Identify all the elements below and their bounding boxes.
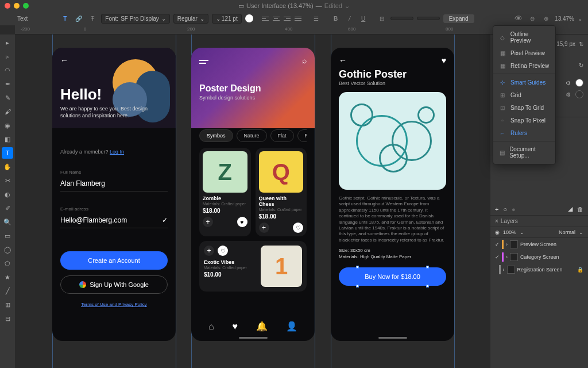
weight-dropdown[interactable]: Regular⌄ xyxy=(173,14,208,24)
profile-icon[interactable]: 👤 xyxy=(286,321,297,332)
fill-swatch[interactable] xyxy=(575,79,583,87)
refresh-icon[interactable]: ↻ xyxy=(579,62,583,68)
star-tool[interactable]: ★ xyxy=(2,271,13,283)
chip-more[interactable]: R xyxy=(297,129,307,142)
canvas[interactable]: ← Hello! We are happy to see you. Best d… xyxy=(15,34,490,368)
favorites-icon[interactable]: ♥ xyxy=(233,321,238,332)
artboard-tool[interactable]: ⊞ xyxy=(2,299,13,310)
add-button[interactable]: + xyxy=(259,223,269,233)
align-left-icon[interactable] xyxy=(260,13,270,24)
menu-smart-guides[interactable]: ⊹Smart Guides xyxy=(493,76,555,89)
expand-button[interactable]: Expand xyxy=(443,14,474,23)
favorite-button[interactable]: ♡ xyxy=(218,246,228,256)
back-arrow-icon[interactable]: ← xyxy=(60,56,168,65)
chip-symbos[interactable]: Symbos xyxy=(199,129,233,142)
chevron-down-icon[interactable]: ⌄ xyxy=(578,16,582,22)
add-button[interactable]: + xyxy=(204,246,214,256)
link-icon[interactable]: 🔗 xyxy=(74,13,84,24)
color-swatch[interactable] xyxy=(245,14,253,22)
gradient-tool[interactable]: ◐ xyxy=(2,189,13,200)
guide[interactable] xyxy=(315,34,315,368)
terms-link[interactable]: Terms of Use and Privacy Policy xyxy=(60,302,168,307)
add-button[interactable]: + xyxy=(203,217,213,227)
artboard-preview[interactable]: ← ♥ Gothic Poster Best Vector Solution G… xyxy=(331,48,454,341)
layer-row[interactable]: ✓›Preview Screen xyxy=(490,238,588,251)
leading-dropdown[interactable] xyxy=(417,17,440,20)
product-card-wide[interactable]: +♡ Exotic Vibes Materials: Crafted paper… xyxy=(199,241,307,292)
selection-handle[interactable] xyxy=(356,266,359,269)
opacity-value[interactable]: 100% xyxy=(503,229,516,235)
zoom-tool[interactable]: 🔍 xyxy=(2,216,13,228)
font-dropdown[interactable]: Font:SF Pro Display⌄ xyxy=(101,14,169,24)
favorite-button[interactable]: ♡ xyxy=(293,223,303,233)
zoom-in-icon[interactable]: ⊕ xyxy=(541,13,551,24)
align-center-icon[interactable] xyxy=(271,13,281,24)
menu-snap-grid[interactable]: ⊡Snap To Grid xyxy=(493,101,555,114)
pencil-tool[interactable]: ✎ xyxy=(2,92,13,103)
visibility-icon[interactable]: ✓ xyxy=(495,241,500,247)
chevron-down-icon[interactable]: ⌄ xyxy=(579,229,583,235)
fullname-field[interactable]: Alan Flamberg xyxy=(60,176,168,191)
polygon-tool[interactable]: ⬠ xyxy=(2,258,13,269)
back-arrow-icon[interactable]: ← xyxy=(339,56,347,65)
artboard-category[interactable]: ⌕ Poster Design Symbol design solutions … xyxy=(191,48,315,341)
stroke-swatch[interactable] xyxy=(575,90,583,98)
line-tool[interactable]: ╱ xyxy=(2,285,13,297)
menu-document-setup[interactable]: ▤Document Setup... xyxy=(493,143,555,162)
close-icon[interactable]: × xyxy=(495,218,498,224)
select-tool[interactable]: ▸ xyxy=(2,37,13,48)
lock-icon[interactable]: 🔒 xyxy=(577,267,583,273)
selection-handle[interactable] xyxy=(356,285,359,288)
visibility-icon[interactable]: ✓ xyxy=(495,254,500,260)
pen-tool[interactable]: ✒ xyxy=(2,78,13,90)
hand-tool[interactable]: ✋ xyxy=(2,161,13,172)
product-card[interactable]: Q Queen with Chess Materials: Crafted pa… xyxy=(256,148,307,236)
align-right-icon[interactable] xyxy=(282,13,292,24)
favorite-icon[interactable]: ♥ xyxy=(442,56,446,65)
home-icon[interactable]: ⌂ xyxy=(208,321,214,332)
buy-button[interactable]: Buy Now for $18.00 xyxy=(339,267,446,286)
layer-row[interactable]: ·›Registration Screen🔒 xyxy=(490,263,588,276)
filled-circle-icon[interactable]: ● xyxy=(512,206,516,213)
favorite-button[interactable]: ♥ xyxy=(237,217,247,227)
text-tool-icon[interactable]: T xyxy=(60,13,70,24)
dimension-value[interactable]: 15,9 px xyxy=(556,41,575,47)
spacing-dropdown[interactable] xyxy=(390,17,413,20)
visibility-icon[interactable]: ◉ xyxy=(495,229,500,235)
trash-icon[interactable]: 🗑 xyxy=(577,206,583,213)
fill-tool[interactable]: ◉ xyxy=(2,120,13,131)
search-icon[interactable]: ⌕ xyxy=(302,56,307,65)
title-chevron-icon[interactable]: ⌄ xyxy=(345,2,350,10)
selection-handle[interactable] xyxy=(426,285,429,288)
scissors-tool[interactable]: ✂ xyxy=(2,175,13,186)
slice-tool[interactable]: ⊟ xyxy=(2,313,13,324)
visibility-icon[interactable]: · xyxy=(495,267,497,273)
zoom-out-icon[interactable]: ⊖ xyxy=(527,13,537,24)
expand-icon[interactable]: › xyxy=(506,241,508,247)
menu-pixel-preview[interactable]: ▦Pixel Preview xyxy=(493,47,555,59)
maximize-window[interactable] xyxy=(23,3,29,9)
minimize-window[interactable] xyxy=(14,3,20,9)
filter-icon[interactable]: ◢ xyxy=(568,205,572,213)
menu-rulers[interactable]: ⌐Rulers xyxy=(493,126,555,139)
circle-icon[interactable]: ○ xyxy=(503,206,507,213)
selection-handle[interactable] xyxy=(426,266,429,269)
chip-nature[interactable]: Nature xyxy=(237,129,267,142)
preview-icon[interactable]: 👁 xyxy=(513,13,524,24)
eraser-tool[interactable]: ◧ xyxy=(2,133,13,145)
email-field[interactable]: Hello@Flamberg.com✓ xyxy=(60,213,168,228)
rect-tool[interactable]: ▭ xyxy=(2,230,13,241)
blend-mode[interactable]: Normal xyxy=(559,229,575,235)
zoom-value[interactable]: 13.47% xyxy=(555,16,574,22)
text-tool[interactable]: T xyxy=(2,147,13,159)
artboard-registration[interactable]: ← Hello! We are happy to see you. Best d… xyxy=(52,48,176,341)
lasso-tool[interactable]: ◠ xyxy=(2,64,13,76)
menu-outline-preview[interactable]: ◇Outline Preview xyxy=(493,28,555,47)
add-layer-icon[interactable]: + xyxy=(495,206,498,213)
google-signup-button[interactable]: Sign Up With Google xyxy=(60,275,168,294)
gear-icon[interactable]: ⚙ xyxy=(566,80,571,86)
expand-icon[interactable]: › xyxy=(503,267,505,273)
list-style-icon[interactable]: ☰ xyxy=(311,13,322,24)
gear-icon[interactable]: ⚙ xyxy=(566,91,571,98)
menu-grid[interactable]: ⊞Grid xyxy=(493,89,555,101)
